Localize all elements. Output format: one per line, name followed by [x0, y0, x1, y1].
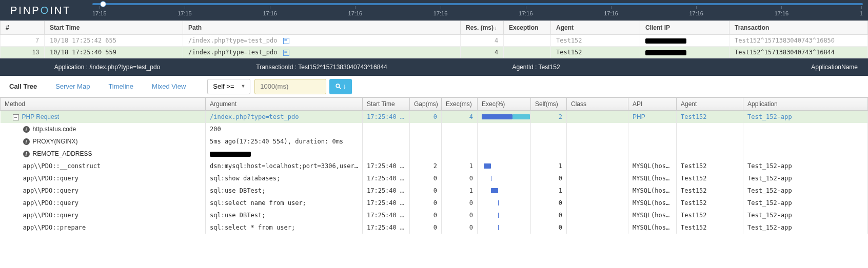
tree-row[interactable]: app\\PDO::querysql:use DBTest;17:25:40 5… [1, 184, 868, 197]
timeline-tick: 17:16 [433, 10, 448, 16]
cell-arg: 200 [206, 123, 363, 135]
th-exec[interactable]: Exec(ms) [442, 98, 478, 111]
cell-arg: /index.php?type=test_pdo [206, 111, 363, 123]
search-button[interactable]: ↓ [329, 79, 352, 94]
th-argument[interactable]: Argument [206, 98, 363, 111]
col-num[interactable]: # [1, 21, 45, 35]
cell-method: app\\PDO::query [1, 197, 206, 209]
filter-select[interactable]: Self >= [207, 79, 250, 94]
col-transaction[interactable]: Transaction [729, 21, 868, 35]
cell-start: 10/18 17:25:40 559 [45, 47, 183, 58]
tree-row[interactable]: app\\PDO::querysql:select name from user… [1, 197, 868, 209]
doc-icon[interactable] [283, 50, 289, 56]
tab-mixedview[interactable]: Mixed View [143, 77, 195, 95]
meta-applicationname: ApplicationName [643, 64, 868, 71]
calltree-table: Method Argument Start Time Gap(ms) Exec(… [0, 97, 868, 234]
info-icon: i [23, 151, 30, 157]
cell-class [567, 184, 628, 197]
col-agent[interactable]: Agent [551, 21, 640, 35]
cell-start: 10/18 17:25:42 655 [45, 35, 183, 47]
cell-arg: sql:select name from user; [206, 197, 363, 209]
cell-start: 17:25:40 562 [363, 184, 410, 197]
cell-method: −PHP Request [1, 111, 206, 123]
cell-path: /index.php?type=test_pdo [183, 35, 461, 47]
filter-threshold-input[interactable] [254, 79, 326, 94]
cell-agent: Test152 [551, 47, 640, 58]
tree-row[interactable]: iPROXY(NGINX)5ms ago(17:25:40 554), dura… [1, 135, 868, 148]
tab-calltree[interactable]: Call Tree [0, 77, 46, 95]
th-starttime[interactable]: Start Time [363, 98, 410, 111]
tree-row[interactable]: app\\PDO::__constructdsn:mysql:host=loca… [1, 160, 868, 172]
tab-row: Call Tree Server Map Timeline Mixed View… [0, 76, 868, 97]
tree-row[interactable]: iREMOTE_ADDRESS [1, 148, 868, 160]
tree-row[interactable]: app\\PDO::querysql:show databases;17:25:… [1, 172, 868, 184]
cell-exec: 0 [442, 197, 478, 209]
th-method[interactable]: Method [1, 98, 206, 111]
redacted-ip [645, 50, 686, 55]
th-agent[interactable]: Agent [677, 98, 743, 111]
tree-row[interactable]: app\\PDO::querysql:use DBTest;17:25:40 5… [1, 209, 868, 221]
th-gap[interactable]: Gap(ms) [410, 98, 442, 111]
cell-app: Test_152-app [743, 184, 868, 197]
tree-collapse-icon[interactable]: − [13, 114, 19, 120]
cell-class [567, 172, 628, 184]
tree-row[interactable]: −PHP Request/index.php?type=test_pdo17:2… [1, 111, 868, 123]
cell-class [567, 209, 628, 221]
request-row[interactable]: 1310/18 17:25:40 559/index.php?type=test… [1, 47, 868, 58]
timeline-track[interactable] [92, 3, 863, 5]
cell-gap: 0 [410, 209, 442, 221]
cell-method: app\\PDO::query [1, 209, 206, 221]
search-icon [335, 83, 342, 90]
col-path[interactable]: Path [183, 21, 461, 35]
meta-agentid: AgentId : Test152 [429, 64, 643, 71]
th-application[interactable]: Application [743, 98, 868, 111]
cell-class [567, 111, 628, 123]
cell-method: app\\PDO::__construct [1, 160, 206, 172]
tab-timeline[interactable]: Timeline [99, 77, 143, 95]
col-exception[interactable]: Exception [504, 21, 551, 35]
th-class[interactable]: Class [567, 98, 628, 111]
timeline-handle[interactable] [100, 1, 106, 7]
cell-api: PHP [628, 111, 677, 123]
request-row[interactable]: 710/18 17:25:42 655/index.php?type=test_… [1, 35, 868, 47]
cell-agent: Test152 [677, 111, 743, 123]
col-res[interactable]: Res. (ms)↓ [461, 21, 504, 35]
th-self[interactable]: Self(ms) [531, 98, 567, 111]
cell-method: app\\PDO::query [1, 184, 206, 197]
cell-txn: Test152^1571383040743^16850 [729, 35, 868, 47]
cell-execp [478, 197, 531, 209]
col-start[interactable]: Start Time [45, 21, 183, 35]
tree-row[interactable]: app\\PDO::preparesql:select * from user;… [1, 221, 868, 234]
cell-gap: 0 [410, 172, 442, 184]
col-clientip[interactable]: Client IP [640, 21, 729, 35]
cell-self: 1 [531, 184, 567, 197]
cell-method: iREMOTE_ADDRESS [1, 148, 206, 160]
cell-start: 17:25:40 561 [363, 160, 410, 172]
th-execp[interactable]: Exec(%) [478, 98, 531, 111]
doc-icon[interactable] [283, 38, 289, 44]
cell-agent: Test152 [677, 160, 743, 172]
cell-execp [478, 172, 531, 184]
cell-method: app\\PDO::prepare [1, 221, 206, 234]
cell-gap: 0 [410, 111, 442, 123]
cell-agent: Test152 [677, 172, 743, 184]
logo: PINPOINT [0, 5, 81, 16]
tree-row[interactable]: ihttp.status.code200 [1, 123, 868, 135]
cell-app: Test_152-app [743, 172, 868, 184]
cell-gap: 2 [410, 160, 442, 172]
tab-servermap[interactable]: Server Map [46, 77, 99, 95]
cell-execp [478, 221, 531, 234]
cell-path: /index.php?type=test_pdo [183, 47, 461, 58]
cell-res: 4 [461, 35, 504, 47]
cell-execp [478, 209, 531, 221]
timeline-bar: PINPOINT 17:1517:1517:1617:1617:1617:161… [0, 0, 868, 20]
cell-method: ihttp.status.code [1, 123, 206, 135]
timeline-tick: 17:15 [177, 10, 192, 16]
cell-self: 2 [531, 111, 567, 123]
col-res-label: Res. (ms) [466, 24, 494, 31]
cell-start: 17:25:40 563 [363, 197, 410, 209]
cell-exec: 1 [442, 160, 478, 172]
th-api[interactable]: API [628, 98, 677, 111]
cell-api: MYSQL(host:l… [628, 172, 677, 184]
cell-gap: 0 [410, 184, 442, 197]
